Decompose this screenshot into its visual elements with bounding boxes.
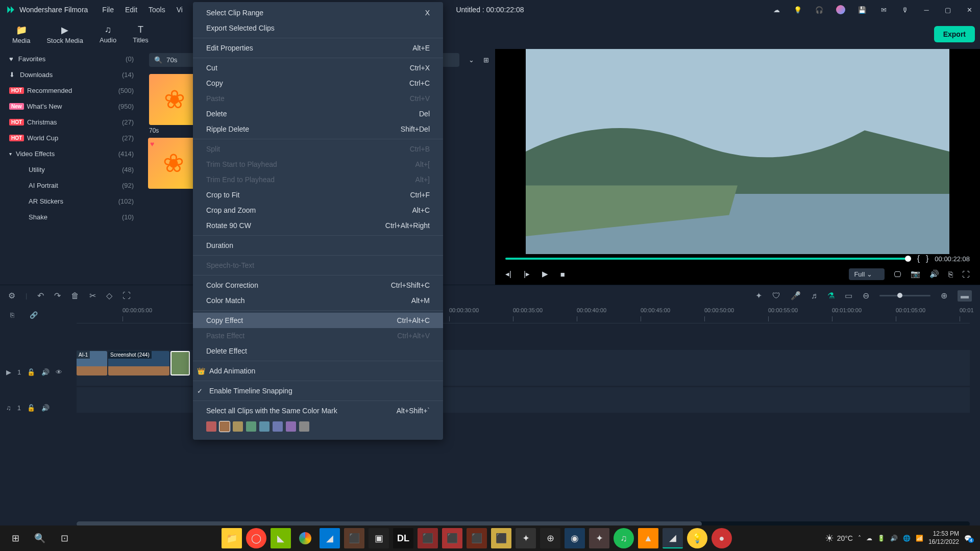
- menu-view[interactable]: Vi: [177, 6, 183, 14]
- lock-icon[interactable]: 🔓: [27, 368, 35, 376]
- sort-dropdown-icon[interactable]: ⌄: [464, 54, 478, 66]
- sidebar-item[interactable]: HOTWorld Cup(27): [0, 130, 143, 146]
- tab-stock-media[interactable]: ▶Stock Media: [46, 24, 83, 44]
- mic-icon[interactable]: 🎙: [900, 5, 910, 14]
- play-button[interactable]: ▶: [542, 269, 548, 279]
- taskbar-app[interactable]: DL: [393, 528, 413, 548]
- context-menu-item[interactable]: Delete Effect: [193, 343, 443, 359]
- link-icon[interactable]: 🔗: [30, 311, 38, 319]
- fit-icon[interactable]: ▬: [958, 290, 972, 302]
- voiceover-icon[interactable]: 🎤: [791, 291, 801, 300]
- taskbar-app[interactable]: [295, 528, 315, 548]
- pip-icon[interactable]: ⎘: [948, 270, 953, 279]
- color-swatch[interactable]: [246, 421, 256, 432]
- context-menu-item[interactable]: Color CorrectionCtrl+Shift+C: [193, 278, 443, 293]
- sidebar-item[interactable]: ♥Favorites(0): [0, 51, 143, 67]
- quality-select[interactable]: Full ⌄: [849, 268, 885, 280]
- notifications-icon[interactable]: 💬4: [964, 535, 972, 542]
- tray-chevron-icon[interactable]: ˄: [858, 535, 861, 542]
- snapshot-icon[interactable]: 📷: [911, 269, 920, 279]
- context-menu-item[interactable]: Export Selected Clips: [193, 20, 443, 36]
- sidebar-item[interactable]: ⬇Downloads(14): [0, 67, 143, 83]
- context-menu-item[interactable]: Edit PropertiesAlt+E: [193, 40, 443, 56]
- cloud-icon[interactable]: ☁: [772, 5, 781, 14]
- clock[interactable]: 12:53 PM 16/12/2022: [928, 530, 959, 546]
- tray-network-icon[interactable]: 🌐: [903, 535, 911, 542]
- crop-icon[interactable]: ⛶: [122, 291, 131, 300]
- redo-icon[interactable]: ↷: [54, 291, 61, 300]
- clip-selected[interactable]: [170, 351, 190, 375]
- taskbar-app[interactable]: ▲: [638, 528, 658, 548]
- tray-battery-icon[interactable]: 🔋: [877, 535, 885, 542]
- taskbar-app[interactable]: ●: [712, 528, 732, 548]
- close-icon[interactable]: ✕: [965, 5, 974, 14]
- weather-widget[interactable]: ☀ 20°C: [825, 532, 853, 544]
- task-view-button[interactable]: ⊡: [54, 528, 75, 548]
- mute-icon[interactable]: 🔊: [41, 404, 50, 412]
- context-menu-item[interactable]: Color MatchAlt+M: [193, 293, 443, 308]
- prev-frame-button[interactable]: ◂|: [505, 269, 511, 279]
- sidebar-item[interactable]: HOTChristmas(27): [0, 114, 143, 130]
- minimize-icon[interactable]: ─: [922, 5, 931, 14]
- split-icon[interactable]: ✂: [89, 291, 96, 300]
- taskbar-app[interactable]: ✦: [589, 528, 609, 548]
- taskbar-app[interactable]: 💡: [687, 528, 707, 548]
- settings-icon[interactable]: ⚙: [8, 291, 15, 300]
- context-menu-item[interactable]: DeleteDel: [193, 106, 443, 121]
- context-menu-item[interactable]: Crop to FitCtrl+F: [193, 187, 443, 203]
- lock-icon[interactable]: 🔓: [27, 404, 35, 412]
- color-swatch[interactable]: [233, 421, 243, 432]
- menu-edit[interactable]: Edit: [125, 6, 137, 14]
- delete-icon[interactable]: 🗑: [71, 291, 79, 300]
- shield-icon[interactable]: 🛡: [772, 291, 780, 300]
- taskbar-app[interactable]: ✦: [516, 528, 536, 548]
- enhance-icon[interactable]: ⚗: [827, 291, 835, 300]
- menu-file[interactable]: File: [102, 6, 114, 14]
- taskbar-app[interactable]: ◯: [246, 528, 266, 548]
- color-swatch[interactable]: [286, 421, 296, 432]
- preview-video[interactable]: [526, 49, 949, 254]
- taskbar-app[interactable]: ⬛: [467, 528, 487, 548]
- taskbar-app[interactable]: ◣: [271, 528, 291, 548]
- clip[interactable]: AI-1: [77, 351, 107, 375]
- zoom-out-icon[interactable]: ⊖: [863, 291, 869, 300]
- taskbar-app[interactable]: ⊕: [540, 528, 560, 548]
- stop-button[interactable]: ■: [560, 270, 565, 279]
- next-frame-button[interactable]: |▸: [524, 269, 530, 279]
- context-menu-item[interactable]: Crop and ZoomAlt+C: [193, 203, 443, 218]
- context-menu-item[interactable]: Duration: [193, 238, 443, 253]
- taskbar-app[interactable]: ⬛: [442, 528, 462, 548]
- undo-icon[interactable]: ↶: [37, 291, 44, 300]
- sidebar-item[interactable]: AI Portrait(92): [0, 178, 143, 193]
- zoom-slider[interactable]: [879, 295, 930, 296]
- color-icon[interactable]: ✦: [755, 291, 762, 300]
- render-icon[interactable]: ▭: [845, 291, 852, 300]
- color-swatch[interactable]: [259, 421, 270, 432]
- context-menu-item[interactable]: CopyCtrl+C: [193, 76, 443, 91]
- tab-audio[interactable]: ♫Audio: [100, 24, 116, 44]
- track-manage-icon[interactable]: ⎘: [10, 311, 14, 319]
- display-icon[interactable]: 🖵: [894, 270, 901, 279]
- sidebar-item[interactable]: Utility(48): [0, 162, 143, 178]
- favorite-icon[interactable]: ♥: [150, 140, 154, 148]
- volume-icon[interactable]: 🔊: [929, 269, 939, 279]
- menu-tools[interactable]: Tools: [149, 6, 165, 14]
- sidebar-item[interactable]: NewWhat's New(950): [0, 98, 143, 114]
- headphones-icon[interactable]: 🎧: [815, 5, 824, 14]
- mixer-icon[interactable]: ♬: [811, 291, 817, 300]
- grid-view-icon[interactable]: ⊞: [483, 56, 489, 64]
- progress-bar[interactable]: [505, 258, 911, 260]
- context-menu-item[interactable]: Copy EffectCtrl+Alt+C: [193, 313, 443, 328]
- taskbar-app[interactable]: ♫: [614, 528, 634, 548]
- maximize-icon[interactable]: ▢: [943, 5, 952, 14]
- save-icon[interactable]: 💾: [857, 5, 867, 14]
- clip[interactable]: Screenshot (244): [108, 351, 169, 375]
- tab-media[interactable]: 📁Media: [12, 24, 30, 44]
- avatar-icon[interactable]: [836, 5, 845, 14]
- context-menu-item[interactable]: CutCtrl+X: [193, 60, 443, 76]
- mail-icon[interactable]: ✉: [879, 5, 888, 14]
- fullscreen-icon[interactable]: ⛶: [962, 270, 970, 279]
- media-item[interactable]: ♥: [148, 138, 199, 189]
- taskbar-app[interactable]: ⬛: [418, 528, 438, 548]
- sidebar-item[interactable]: AR Stickers(102): [0, 193, 143, 209]
